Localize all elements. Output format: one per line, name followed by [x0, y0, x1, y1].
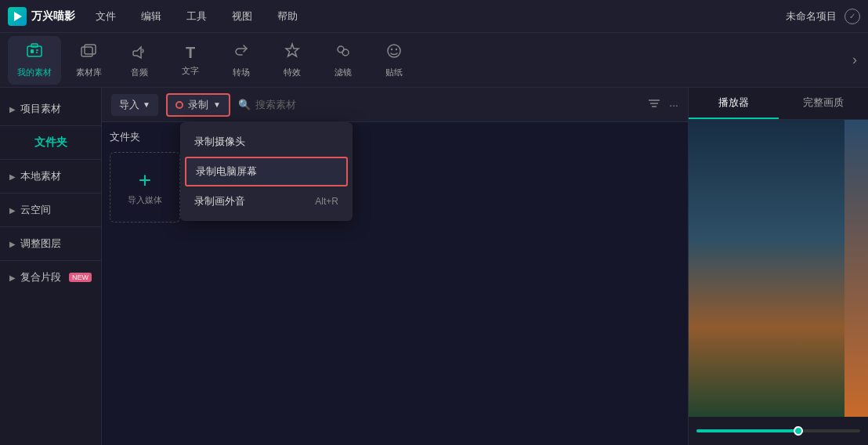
import-label: 导入	[119, 98, 139, 112]
center-panel: 导入 ▼ 录制 ▼ 🔍 搜索素材 ···	[102, 88, 688, 445]
tab-full-quality[interactable]: 完整画质	[779, 88, 869, 119]
sidebar-item-composite-clip[interactable]: ▶ 复合片段 NEW	[0, 264, 101, 291]
svg-point-11	[388, 45, 400, 57]
import-media-box[interactable]: + 导入媒体	[110, 152, 180, 222]
tab-material-lib[interactable]: 素材库	[65, 36, 112, 85]
record-dropdown-menu: 录制摄像头 录制电脑屏幕 录制画外音 Alt+R	[180, 122, 353, 221]
left-sidebar: ▶ 项目素材 文件夹 ▶ 本地素材 ▶ 云空间 ▶ 调整图层 ▶ 复合片段 NE…	[0, 88, 102, 445]
record-audio-label: 录制画外音	[194, 194, 245, 208]
tab-filter[interactable]: 滤镜	[320, 36, 367, 85]
svg-point-12	[391, 48, 392, 49]
tab-text[interactable]: T 文字	[167, 38, 214, 83]
app-name: 万兴喵影	[31, 9, 75, 24]
text-icon: T	[186, 44, 195, 62]
tab-audio-label: 音频	[131, 67, 148, 78]
menu-items: 文件 编辑 工具 视图 帮助	[91, 6, 786, 27]
search-box: 🔍 搜索素材	[238, 98, 640, 112]
tab-effects-label: 特效	[284, 67, 301, 78]
record-screen-label: 录制电脑屏幕	[196, 165, 257, 179]
record-audio-shortcut: Alt+R	[315, 196, 338, 207]
sidebar-composite-label: 复合片段	[20, 270, 61, 284]
transition-icon	[233, 42, 250, 63]
preview-area	[689, 120, 868, 417]
material-lib-icon	[80, 42, 97, 63]
sidebar-divider-1	[0, 125, 101, 126]
tab-more-arrow[interactable]: ›	[849, 49, 860, 71]
arrow-adjust-icon: ▶	[9, 240, 16, 248]
import-media-label: 导入媒体	[128, 194, 162, 206]
top-right: 未命名项目 ✓	[786, 9, 860, 24]
dropdown-item-record-audio[interactable]: 录制画外音 Alt+R	[180, 186, 353, 216]
sidebar-item-cloud-space[interactable]: ▶ 云空间	[0, 197, 101, 223]
tab-audio[interactable]: 音频	[116, 36, 163, 85]
new-badge: NEW	[69, 273, 92, 282]
tab-transition[interactable]: 转场	[218, 36, 265, 85]
sticker-icon	[385, 42, 403, 63]
sidebar-divider-3	[0, 193, 101, 194]
dropdown-item-record-camera[interactable]: 录制摄像头	[180, 127, 353, 157]
sidebar-project-material-label: 项目素材	[20, 102, 61, 116]
arrow-cloud-icon: ▶	[9, 206, 16, 215]
arrow-project-material-icon: ▶	[9, 105, 16, 114]
menu-edit[interactable]: 编辑	[136, 6, 166, 27]
tab-my-material[interactable]: 我的素材	[8, 36, 61, 85]
menu-tools[interactable]: 工具	[182, 6, 212, 27]
svg-point-13	[396, 48, 397, 49]
sidebar-divider-4	[0, 226, 101, 227]
right-panel: 播放器 完整画质	[688, 88, 868, 445]
my-material-icon	[26, 42, 43, 63]
arrow-local-material-icon: ▶	[9, 172, 16, 181]
top-menubar: 万兴喵影 文件 编辑 工具 视图 帮助 未命名项目 ✓	[0, 0, 868, 33]
svg-rect-1	[27, 46, 42, 56]
sidebar-item-folder[interactable]: 文件夹	[0, 129, 101, 156]
slider-row	[689, 417, 868, 445]
dropdown-item-record-screen[interactable]: 录制电脑屏幕	[185, 157, 348, 186]
plus-icon: +	[139, 169, 151, 191]
tab-my-material-label: 我的素材	[17, 67, 52, 78]
tab-effects[interactable]: 特效	[269, 36, 316, 85]
audio-icon	[131, 42, 148, 63]
svg-point-10	[342, 49, 349, 56]
svg-rect-7	[85, 45, 96, 54]
svg-marker-0	[14, 12, 22, 21]
menu-view[interactable]: 视图	[227, 6, 257, 27]
sidebar-item-local-material[interactable]: ▶ 本地素材	[0, 163, 101, 190]
svg-rect-3	[31, 49, 34, 53]
volume-slider[interactable]	[696, 429, 860, 432]
record-label: 录制	[188, 98, 208, 112]
main-content: ▶ 项目素材 文件夹 ▶ 本地素材 ▶ 云空间 ▶ 调整图层 ▶ 复合片段 NE…	[0, 88, 868, 445]
preview-strip	[844, 120, 868, 417]
sidebar-local-material-label: 本地素材	[20, 169, 61, 183]
sidebar-cloud-label: 云空间	[20, 203, 51, 217]
filter-sort-icon[interactable]	[647, 96, 661, 113]
more-options-icon[interactable]: ···	[669, 99, 678, 111]
effects-icon	[284, 42, 301, 63]
sidebar-item-project-material[interactable]: ▶ 项目素材	[0, 96, 101, 122]
tab-text-label: 文字	[182, 65, 199, 77]
record-camera-label: 录制摄像头	[194, 135, 245, 149]
slider-fill	[696, 429, 803, 432]
sidebar-item-adjust-layer[interactable]: ▶ 调整图层	[0, 230, 101, 257]
record-dropdown-arrow-icon: ▼	[213, 100, 221, 109]
search-icon: 🔍	[238, 99, 251, 110]
import-button[interactable]: 导入 ▼	[111, 94, 158, 116]
app-logo: 万兴喵影	[8, 7, 75, 26]
svg-rect-2	[31, 44, 38, 47]
app-logo-icon	[8, 7, 27, 26]
slider-thumb[interactable]	[794, 426, 803, 436]
menu-file[interactable]: 文件	[91, 6, 121, 27]
project-check-icon[interactable]: ✓	[844, 9, 860, 24]
sidebar-divider-5	[0, 260, 101, 261]
record-button[interactable]: 录制 ▼	[166, 93, 230, 117]
filter-icon	[335, 42, 352, 63]
sidebar-adjust-label: 调整图层	[20, 237, 61, 251]
tab-filter-label: 滤镜	[335, 67, 352, 78]
preview-image	[689, 120, 868, 417]
tab-sticker-label: 贴纸	[385, 67, 403, 78]
tab-sticker[interactable]: 贴纸	[371, 36, 418, 85]
import-dropdown-arrow-icon: ▼	[143, 100, 150, 109]
menu-help[interactable]: 帮助	[273, 6, 302, 27]
toolbar-row: 导入 ▼ 录制 ▼ 🔍 搜索素材 ···	[102, 88, 688, 122]
right-panel-tabs: 播放器 完整画质	[689, 88, 868, 120]
tab-player[interactable]: 播放器	[689, 88, 779, 119]
